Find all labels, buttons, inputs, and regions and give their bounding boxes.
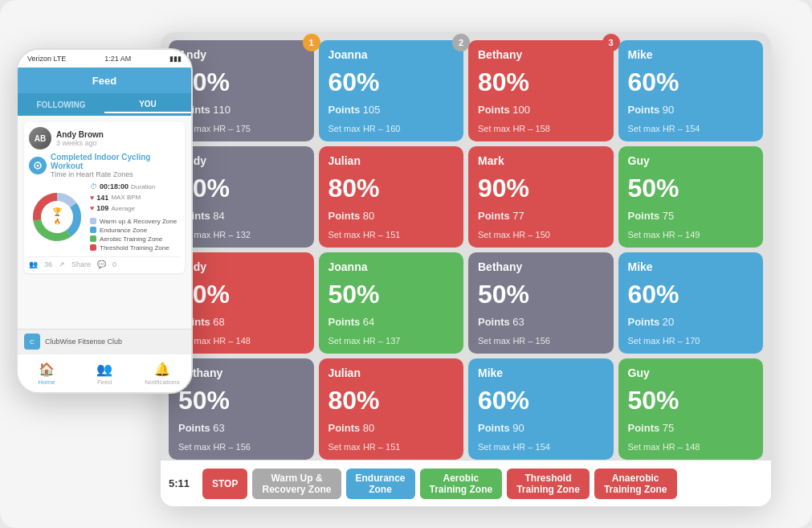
card-hr: Set max HR – 148	[628, 442, 754, 452]
carrier: Verizon LTE	[27, 55, 66, 63]
card-percent: 50%	[178, 175, 304, 201]
feed-user-name: Andy Brown	[56, 130, 104, 139]
threshold-button[interactable]: ThresholdTraining Zone	[507, 469, 590, 499]
phone-club-row: C ClubWise Fitsense Club	[18, 329, 191, 354]
duration-label: Duration	[131, 182, 155, 192]
dashboard-card: 3 Bethany 80% Points 100 Set max HR – 15…	[468, 40, 614, 141]
card-percent: 50%	[628, 387, 754, 413]
card-name: Andy	[178, 48, 304, 61]
feed-social-row: 👥 36 ↗ Share 💬 0	[29, 256, 180, 268]
svg-text:🏆: 🏆	[52, 207, 63, 217]
phone-tabs: FOLLOWING YOU	[18, 93, 191, 116]
card-hr: Set max HR – 156	[478, 336, 604, 346]
card-percent: 50%	[478, 281, 604, 307]
battery-icon: ▮▮▮	[169, 55, 182, 63]
card-points: Points 110	[178, 104, 304, 116]
card-percent: 80%	[328, 175, 455, 201]
phone: Verizon LTE 1:21 AM ▮▮▮ Feed FOLLOWING Y…	[16, 48, 193, 394]
footer-tab-feed[interactable]: 👥Feed	[75, 362, 133, 386]
dashboard-card: Julian 80% Points 80 Set max HR – 151	[319, 358, 464, 460]
activity-title: Completed Indoor Cycling Workout	[51, 153, 180, 170]
card-hr: Set max HR – 160	[328, 124, 455, 133]
dashboard-card: Joanna 50% Points 64 Set max HR – 137	[319, 252, 464, 354]
notifications-icon: 🔔	[154, 362, 170, 377]
card-points: Points 77	[478, 210, 604, 222]
card-percent: 80%	[328, 387, 455, 413]
tab-following[interactable]: FOLLOWING	[18, 97, 104, 113]
phone-content: AB Andy Brown 3 weeks ago	[18, 116, 191, 329]
card-points: Points 90	[628, 104, 754, 116]
svg-text:🔥: 🔥	[54, 218, 61, 225]
tab-you[interactable]: YOU	[104, 96, 191, 113]
dashboard-card: Guy 50% Points 75 Set max HR – 149	[618, 146, 764, 248]
card-name: Andy	[178, 154, 304, 167]
card-percent: 60%	[628, 69, 754, 95]
maxbpm-value: 141	[96, 193, 108, 204]
card-percent: 90%	[478, 175, 604, 201]
likes-count: 36	[44, 260, 52, 268]
dashboard-card: Mike 60% Points 90 Set max HR – 154	[618, 40, 764, 141]
dashboard-card: Guy 50% Points 75 Set max HR – 148	[618, 358, 764, 460]
dashboard: 1 Andy 50% Points 110 Set max HR – 175 2…	[161, 32, 771, 506]
clock: 1:21 AM	[104, 55, 131, 63]
card-name: Joanna	[328, 48, 455, 61]
card-name: Bethany	[178, 366, 304, 379]
card-percent: 90%	[178, 281, 304, 307]
status-bar: Verizon LTE 1:21 AM ▮▮▮	[18, 50, 191, 68]
card-points: Points 63	[178, 422, 304, 434]
card-hr: Set max HR – 132	[178, 230, 304, 239]
likes-icon: 👥	[29, 260, 38, 268]
feed-item: AB Andy Brown 3 weeks ago	[24, 122, 185, 273]
avatar: AB	[29, 127, 51, 149]
endurance-button[interactable]: EnduranceZone	[346, 469, 415, 499]
club-avatar: C	[24, 334, 40, 350]
maxbpm-label: MAX BPM	[111, 193, 141, 203]
anaerobic-button[interactable]: AnaerobicTraining Zone	[594, 469, 677, 499]
card-name: Bethany	[478, 48, 604, 61]
feed-user-row: AB Andy Brown 3 weeks ago	[29, 127, 180, 149]
card-points: Points 105	[328, 104, 455, 116]
scene: 1 Andy 50% Points 110 Set max HR – 175 2…	[0, 0, 812, 528]
card-name: Bethany	[478, 260, 604, 273]
card-points: Points 20	[628, 316, 754, 328]
phone-footer: 🏠Home👥Feed🔔Notifications	[18, 354, 191, 392]
comment-icon: 💬	[97, 260, 106, 268]
share-label[interactable]: Share	[71, 260, 91, 268]
card-percent: 60%	[628, 281, 754, 307]
share-icon[interactable]: ↗	[59, 260, 65, 268]
card-points: Points 100	[478, 104, 604, 116]
footer-tab-home[interactable]: 🏠Home	[18, 362, 75, 386]
card-points: Points 80	[328, 422, 455, 434]
card-points: Points 80	[328, 210, 455, 222]
card-hr: Set max HR – 170	[628, 336, 754, 346]
dashboard-card: 2 Joanna 60% Points 105 Set max HR – 160	[319, 40, 464, 141]
card-percent: 60%	[478, 387, 604, 413]
phone-header-title: Feed	[92, 75, 116, 87]
avg-label: Average	[111, 204, 135, 214]
timer-display: 5:11	[169, 477, 198, 489]
card-points: Points 84	[178, 210, 304, 222]
dashboard-card: Mike 60% Points 20 Set max HR – 170	[618, 252, 764, 354]
aerobic-button[interactable]: AerobicTraining Zone	[420, 469, 503, 499]
stop-button[interactable]: STOP	[202, 469, 247, 499]
dashboard-card: Bethany 50% Points 63 Set max HR – 156	[468, 252, 614, 354]
donut-chart: 🏆 🔥	[29, 189, 85, 245]
activity-subtitle: Time in Heart Rate Zones	[51, 170, 180, 178]
card-percent: 50%	[328, 281, 455, 307]
warmup-button[interactable]: Warm Up &Recovery Zone	[252, 469, 341, 499]
card-name: Mark	[478, 154, 604, 167]
card-percent: 60%	[328, 69, 455, 95]
card-points: Points 64	[328, 316, 455, 328]
donut-stats: ⏱ 00:18:00 Duration ♥ 141 MAX BPM ♥	[90, 182, 177, 215]
card-points: Points 68	[178, 316, 304, 328]
card-hr: Set max HR – 156	[178, 442, 304, 452]
legend-item: Warm up & Recovery Zone	[90, 218, 177, 225]
svg-point-1	[37, 165, 39, 167]
feed-user-time: 3 weeks ago	[56, 139, 104, 147]
card-hr: Set max HR – 149	[628, 230, 754, 239]
avg-value: 109	[96, 203, 108, 215]
cycling-icon	[29, 157, 47, 174]
footer-tab-notifications[interactable]: 🔔Notifications	[133, 362, 191, 386]
card-name: Julian	[328, 154, 455, 167]
card-points: Points 75	[628, 422, 754, 434]
